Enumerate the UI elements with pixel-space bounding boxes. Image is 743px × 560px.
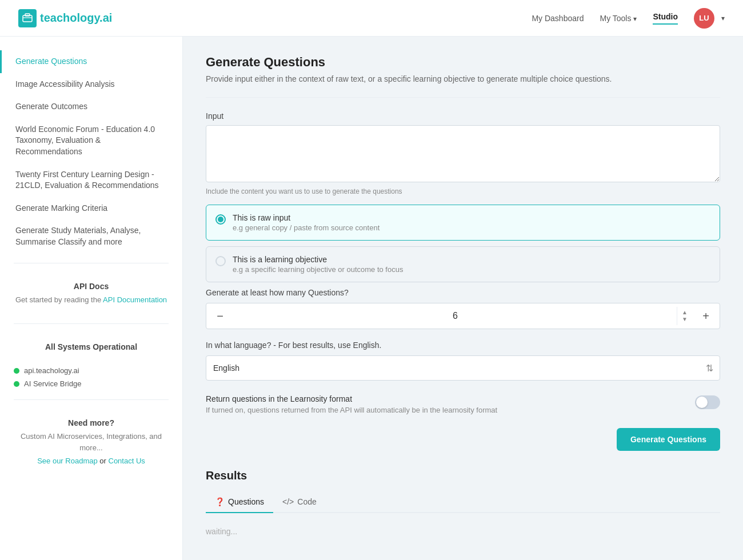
radio-content: This is raw inpute.g general copy / past… [233, 213, 380, 232]
stepper-arrows[interactable]: ▲ ▼ [677, 307, 692, 325]
svg-rect-1 [25, 14, 30, 16]
api-docs-section: API Docs Get started by reading the API … [0, 273, 182, 315]
sidebar-divider-1 [14, 263, 169, 263]
nav-dashboard[interactable]: My Dashboard [532, 14, 584, 23]
sidebar-divider-3 [14, 399, 169, 400]
status-dot-icon [14, 381, 19, 387]
header-right: LU [694, 8, 725, 29]
radio-card-raw-input[interactable]: This is raw inpute.g general copy / past… [206, 205, 720, 241]
quantity-stepper: − 6 ▲ ▼ + [206, 303, 720, 329]
status-service-api-teachology-ai: api.teachology.ai [0, 364, 182, 377]
learnosity-info: Return questions in the Learnosity forma… [206, 394, 497, 414]
tab-label: Questions [228, 497, 264, 506]
sidebar-item-generate-study[interactable]: Generate Study Materials, Analyse, Summa… [0, 219, 182, 253]
input-textarea[interactable] [206, 125, 720, 182]
generate-btn-row: Generate Questions [206, 428, 720, 451]
quantity-label: Generate at least how many Questions? [206, 288, 720, 297]
input-hint: Include the content you want us to use t… [206, 187, 720, 195]
radio-label: This is a learning objective [233, 255, 403, 264]
results-title: Results [206, 469, 720, 482]
arrow-down-icon[interactable]: ▼ [682, 316, 688, 323]
tab-questions[interactable]: ❓Questions [206, 491, 273, 513]
radio-card-learning-objective[interactable]: This is a learning objectivee.g a specif… [206, 246, 720, 282]
header: teachology.ai My Dashboard My Tools Stud… [0, 0, 743, 37]
increment-button[interactable]: + [692, 303, 720, 329]
sidebar-item-generate-outcomes[interactable]: Generate Outcomes [0, 95, 182, 118]
quantity-value: 6 [234, 311, 677, 321]
learnosity-toggle[interactable] [695, 395, 720, 409]
roadmap-link[interactable]: See our Roadmap [37, 457, 98, 465]
learnosity-desc: If turned on, questions returned from th… [206, 406, 497, 414]
language-select-wrapper: EnglishSpanishFrenchGermanChineseJapanes… [206, 355, 720, 381]
radio-circle-icon [215, 214, 226, 225]
header-nav: My Dashboard My Tools Studio LU [532, 8, 725, 29]
api-docs-description: Get started by reading the API Documenta… [14, 294, 169, 306]
sidebar: Generate QuestionsImage Accessibility An… [0, 37, 183, 560]
need-more-section: Need more? Custom AI Microservices, Inte… [0, 409, 182, 474]
avatar[interactable]: LU [694, 8, 714, 29]
questions-icon: ❓ [215, 497, 225, 506]
radio-content: This is a learning objectivee.g a specif… [233, 255, 403, 274]
sidebar-item-generate-marking[interactable]: Generate Marking Criteria [0, 197, 182, 220]
sidebar-divider-2 [14, 323, 169, 324]
sidebar-item-world-economic-forum[interactable]: World Economic Forum - Education 4.0 Tax… [0, 118, 182, 163]
language-label: In what language? - For best results, us… [206, 341, 720, 350]
generate-questions-button[interactable]: Generate Questions [617, 428, 720, 451]
toggle-thumb [696, 397, 708, 408]
decrement-button[interactable]: − [206, 303, 234, 329]
logo: teachology.ai [18, 9, 112, 27]
nav-studio[interactable]: Studio [653, 12, 678, 25]
title-divider [206, 97, 720, 98]
page-title: Generate Questions [206, 55, 720, 70]
radio-dot-selected-icon [218, 217, 223, 222]
tab-label: Code [297, 497, 316, 506]
results-tabs: ❓Questions</>Code [206, 491, 720, 513]
radio-label: This is raw input [233, 213, 380, 222]
logo-label: teachology.ai [40, 11, 112, 25]
page-subtitle: Provide input either in the context of r… [206, 74, 720, 83]
logo-icon [18, 9, 37, 27]
tab-code[interactable]: </>Code [273, 491, 326, 513]
learnosity-toggle-row: Return questions in the Learnosity forma… [206, 394, 720, 414]
input-label: Input [206, 111, 720, 121]
learnosity-title: Return questions in the Learnosity forma… [206, 394, 497, 403]
status-dot-icon [14, 368, 19, 374]
nav-tools[interactable]: My Tools [600, 14, 637, 23]
status-section: All Systems Operational [0, 333, 182, 364]
status-title: All Systems Operational [14, 342, 169, 351]
need-more-desc: Custom AI Microservices, Integrations, a… [14, 431, 169, 453]
sidebar-item-generate-questions[interactable]: Generate Questions [0, 50, 182, 73]
need-more-title: Need more? [14, 418, 169, 427]
radio-circle-icon [215, 256, 226, 266]
radio-description: e.g a specific learning objective or out… [233, 265, 403, 274]
sidebar-item-image-accessibility[interactable]: Image Accessibility Analysis [0, 73, 182, 96]
main-content: Generate Questions Provide input either … [183, 37, 743, 560]
avatar-chevron-icon [721, 14, 725, 22]
waiting-text: waiting... [206, 522, 720, 541]
layout: Generate QuestionsImage Accessibility An… [0, 37, 743, 560]
contact-link[interactable]: Contact Us [109, 457, 145, 465]
radio-description: e.g general copy / paste from source con… [233, 223, 380, 232]
sidebar-item-twenty-first-century[interactable]: Twenty First Century Learning Design - 2… [0, 163, 182, 197]
language-select[interactable]: EnglishSpanishFrenchGermanChineseJapanes… [206, 355, 720, 381]
tools-chevron-icon [633, 14, 637, 23]
status-service-AI Service Bridge: AI Service Bridge [0, 377, 182, 390]
code-icon: </> [282, 497, 294, 506]
api-docs-link[interactable]: API Documentation [103, 295, 167, 304]
api-docs-title: API Docs [14, 282, 169, 291]
arrow-up-icon[interactable]: ▲ [682, 309, 688, 316]
